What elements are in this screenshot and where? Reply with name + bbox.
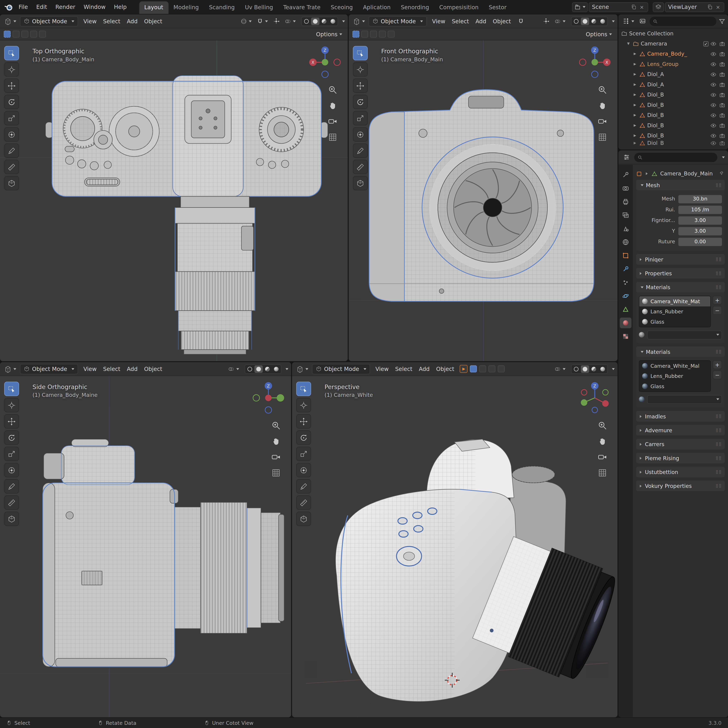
topbar-menu-item[interactable]: Help xyxy=(110,2,131,12)
drag-handle-icon[interactable]: ⣿⣿ xyxy=(716,271,722,275)
select-mode-extend-icon[interactable] xyxy=(479,366,486,372)
gizmos-toggle-icon[interactable] xyxy=(272,17,281,25)
select-mode-new-icon[interactable] xyxy=(4,31,11,38)
navigation-gizmo[interactable]: Z xyxy=(251,381,286,415)
expand-caret-icon[interactable]: ▶ xyxy=(632,141,638,145)
shading-material-icon[interactable] xyxy=(263,365,272,373)
select-mode-invert-icon[interactable] xyxy=(498,366,505,372)
tool-select-box[interactable] xyxy=(353,46,368,60)
properties-search[interactable] xyxy=(634,153,717,162)
workspace-tab[interactable]: Aplication xyxy=(358,2,396,14)
toggle-perspective-grid-icon[interactable] xyxy=(598,132,607,142)
options-dropdown[interactable]: Options xyxy=(314,30,344,38)
viewport-menu[interactable]: Object xyxy=(433,364,458,374)
tool-measure[interactable] xyxy=(4,160,19,174)
workspace-tab[interactable]: Modeling xyxy=(168,2,204,14)
topbar-menu-item[interactable]: Render xyxy=(51,2,80,12)
outliner-object-row[interactable]: ▶ Diol_B xyxy=(618,90,728,100)
material-slot[interactable]: Lens_Rubber xyxy=(639,371,710,381)
tab-scene[interactable] xyxy=(620,223,631,234)
tool-rotate[interactable] xyxy=(4,430,19,445)
unlink-scene-icon[interactable]: × xyxy=(639,4,645,10)
outliner-object-row[interactable]: ▶ Diol_A xyxy=(618,69,728,79)
browse-material-dropdown[interactable] xyxy=(647,395,722,404)
overlays-toggle-icon[interactable] xyxy=(283,17,297,25)
outliner-object-row[interactable]: ▶ Lens_Group xyxy=(618,59,728,69)
tab-tool[interactable] xyxy=(620,170,631,180)
tab-material[interactable] xyxy=(620,318,631,328)
field-value[interactable]: 3.00 xyxy=(678,227,722,235)
tab-render[interactable] xyxy=(620,183,631,194)
viewlayer-name-field[interactable]: ViewLayer × xyxy=(665,2,724,12)
shading-solid-icon[interactable] xyxy=(581,17,589,25)
outliner-collection-row[interactable]: ▼ Camerara ✓ xyxy=(618,38,728,49)
collapsed-panel-header[interactable]: Pieme Rising ⣿⣿ xyxy=(636,453,725,463)
disable-render-icon[interactable] xyxy=(719,141,725,145)
tool-rotate[interactable] xyxy=(353,95,368,109)
tool-annotate[interactable] xyxy=(4,144,19,158)
properties-search-input[interactable] xyxy=(645,154,714,160)
material-slot[interactable]: Glass xyxy=(639,381,710,392)
tab-world[interactable] xyxy=(620,237,631,248)
field-value[interactable]: 3.00 xyxy=(678,216,722,225)
drag-handle-icon[interactable]: ⣿⣿ xyxy=(716,183,722,187)
camera-view-icon[interactable] xyxy=(271,452,281,462)
zoom-icon[interactable] xyxy=(271,421,281,430)
navigation-gizmo[interactable]: Z X xyxy=(308,45,342,79)
viewport-menu[interactable]: View xyxy=(429,16,449,26)
disable-render-icon[interactable] xyxy=(719,112,725,118)
transform-orientation-dropdown[interactable] xyxy=(239,17,253,25)
tool-add-cube[interactable] xyxy=(296,512,311,526)
editor-type-button[interactable] xyxy=(622,153,632,162)
viewport-canvas[interactable]: Top Orthographic (1) Camera_Body_Main Z … xyxy=(0,40,348,361)
hide-eye-icon[interactable] xyxy=(710,81,716,87)
tab-physics[interactable] xyxy=(620,291,631,301)
tool-annotate[interactable] xyxy=(353,144,368,158)
zoom-icon[interactable] xyxy=(328,85,338,95)
field-value[interactable]: 0.00 xyxy=(678,237,722,246)
tool-annotate[interactable] xyxy=(4,479,19,494)
select-mode-extend-icon[interactable] xyxy=(361,31,368,38)
cop y-viewlayer-icon[interactable] xyxy=(707,4,713,10)
drag-handle-icon[interactable]: ⣿⣿ xyxy=(716,350,722,354)
workspace-tab[interactable]: Scanding xyxy=(204,2,240,14)
disable-render-icon[interactable] xyxy=(719,81,725,87)
viewport-canvas[interactable]: Perspective (1) Camera_White Z xyxy=(292,376,618,717)
hide-eye-icon[interactable] xyxy=(710,112,716,118)
camera-view-icon[interactable] xyxy=(328,116,338,126)
workspace-tab[interactable]: Layout xyxy=(139,2,168,14)
tab-object-data[interactable] xyxy=(620,304,631,315)
editor-type-button[interactable] xyxy=(3,17,18,26)
select-mode-subtract-icon[interactable] xyxy=(21,31,28,38)
viewport-menu[interactable]: Select xyxy=(100,364,124,374)
tool-select-box[interactable] xyxy=(4,382,19,396)
tool-measure[interactable] xyxy=(353,160,368,174)
disable-render-icon[interactable] xyxy=(719,133,725,139)
expand-caret-icon[interactable]: ▶ xyxy=(632,93,638,96)
object-mode-dropdown[interactable]: Object Mode xyxy=(20,16,78,26)
tool-select-box[interactable] xyxy=(296,382,311,396)
select-mode-extend-icon[interactable] xyxy=(12,31,20,38)
overlays-toggle-icon[interactable] xyxy=(226,365,240,373)
collapsed-panel-header[interactable]: Imadles ⣿⣿ xyxy=(636,411,725,422)
disable-render-icon[interactable] xyxy=(719,71,725,77)
select-mode-invert-icon[interactable] xyxy=(379,31,386,38)
tool-move[interactable] xyxy=(353,78,368,93)
material-slot[interactable]: Glass xyxy=(639,317,710,327)
viewport-menu[interactable]: Select xyxy=(392,364,416,374)
topbar-menu-item[interactable]: Window xyxy=(80,2,110,12)
tool-transform[interactable] xyxy=(4,463,19,477)
workspace-tab[interactable]: Sceoing xyxy=(326,2,358,14)
gizmos-toggle-icon[interactable] xyxy=(541,17,551,25)
drag-handle-icon[interactable]: ⣿⣿ xyxy=(716,470,722,474)
shading-rendered-icon[interactable] xyxy=(272,365,280,373)
zoom-icon[interactable] xyxy=(598,421,607,430)
tool-transform[interactable] xyxy=(353,127,368,142)
outliner-object-row[interactable]: ▶ Diol_B xyxy=(618,141,728,145)
toggle-perspective-grid-icon[interactable] xyxy=(271,468,281,478)
outliner-object-row[interactable]: ▶ Diol_A xyxy=(618,80,728,90)
drag-handle-icon[interactable]: ⣿⣿ xyxy=(716,257,722,262)
tab-particles[interactable] xyxy=(620,277,631,288)
tool-measure[interactable] xyxy=(4,496,19,510)
select-mode-subtract-icon[interactable] xyxy=(489,366,496,372)
